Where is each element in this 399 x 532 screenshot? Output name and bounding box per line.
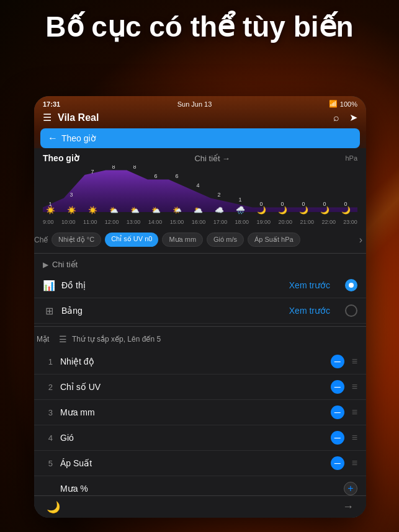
chi-tiet-row: ▶ Chi tiết bbox=[34, 256, 366, 273]
side-label-che: Chế bbox=[34, 236, 48, 244]
detail-link[interactable]: Chi tiết → bbox=[194, 154, 230, 163]
time-label: 15:00 bbox=[170, 219, 184, 225]
status-time: 17:31 bbox=[43, 100, 60, 108]
time-label: 17:00 bbox=[213, 219, 228, 225]
svg-text:0: 0 bbox=[280, 201, 284, 207]
time-label: 21:00 bbox=[300, 219, 314, 225]
detail-arrow: → bbox=[222, 154, 230, 163]
status-bar: 17:31 Sun Jun 13 📶 100% bbox=[34, 96, 366, 109]
svg-text:☁️: ☁️ bbox=[215, 205, 224, 215]
back-arrow-icon: ← bbox=[48, 133, 58, 144]
svg-text:3: 3 bbox=[69, 192, 73, 198]
time-labels: 9:00 10:00 11:00 12:00 13:00 14:00 15:00… bbox=[43, 218, 357, 225]
pill-wind[interactable]: Gió m/s bbox=[207, 233, 244, 247]
bang-link[interactable]: Xem trước bbox=[289, 306, 330, 316]
item-name-1: Nhiệt độ bbox=[60, 357, 323, 366]
svg-text:0: 0 bbox=[323, 201, 326, 207]
sorted-item-2: 2 Chỉ số UV ≡ bbox=[34, 375, 366, 400]
view-item-bang[interactable]: ⊞ Bảng Xem trước bbox=[34, 298, 366, 324]
bang-label: Bảng bbox=[61, 306, 283, 316]
time-label: 11:00 bbox=[83, 219, 97, 225]
dothi-radio[interactable] bbox=[345, 279, 357, 291]
drag-icon-3[interactable]: ≡ bbox=[352, 407, 357, 418]
menu-icon[interactable]: ☰ bbox=[43, 112, 52, 123]
hpa-unit: hPa bbox=[345, 154, 357, 162]
sort-header: Mặt ☰ Thứ tự sắp xếp, Lên đến 5 bbox=[34, 329, 366, 349]
minus-btn-1[interactable] bbox=[331, 355, 344, 368]
dothi-link[interactable]: Xem trước bbox=[289, 280, 330, 290]
item-num-5: 5 bbox=[43, 459, 53, 468]
minus-btn-2[interactable] bbox=[331, 380, 344, 394]
pill-pressure[interactable]: Áp Suất hPa bbox=[248, 233, 300, 247]
main-title: Bố cục có thể tùy biến bbox=[25, 11, 374, 43]
svg-text:4: 4 bbox=[196, 182, 199, 188]
pill-rain[interactable]: Mưa mm bbox=[162, 233, 203, 247]
plus-btn-1[interactable] bbox=[344, 482, 357, 495]
svg-text:🌥️: 🌥️ bbox=[194, 205, 203, 215]
chart-container: ☀️ ☀️ ☀️ ⛅ ⛅ ⛅ 🌤️ 🌥️ ☁️ 🌧️ 🌙 🌙 🌙 🌙 🌙 bbox=[34, 166, 366, 229]
svg-text:☀️: ☀️ bbox=[67, 205, 76, 215]
time-label: 22:00 bbox=[321, 219, 336, 225]
time-label: 12:00 bbox=[105, 219, 119, 225]
divider-2 bbox=[34, 326, 366, 327]
page-title-area: Bố cục có thể tùy biến bbox=[0, 11, 399, 43]
svg-text:1: 1 bbox=[48, 201, 52, 207]
bottom-left-icon[interactable]: 🌙 bbox=[47, 500, 60, 514]
pill-uv[interactable]: Chỉ số UV n0 bbox=[105, 233, 158, 247]
content-area: Theo giờ Chi tiết → hPa bbox=[34, 148, 366, 518]
svg-text:7: 7 bbox=[91, 169, 94, 175]
pill-temperature[interactable]: Nhiệt độ °C bbox=[52, 233, 101, 247]
svg-text:⛅: ⛅ bbox=[109, 205, 119, 215]
chart-section-header: Theo giờ Chi tiết → hPa bbox=[34, 148, 366, 166]
svg-text:6: 6 bbox=[154, 173, 157, 179]
time-label: 13:00 bbox=[127, 219, 141, 225]
time-label: 19:00 bbox=[257, 219, 271, 225]
back-button-bar[interactable]: ← Theo giờ bbox=[40, 128, 360, 148]
item-num-1: 1 bbox=[43, 357, 53, 366]
svg-text:🌧️: 🌧️ bbox=[236, 205, 245, 215]
sorted-item-4: 4 Gió ≡ bbox=[34, 425, 366, 451]
drag-icon-2[interactable]: ≡ bbox=[352, 381, 357, 392]
status-right: 📶 100% bbox=[329, 100, 357, 108]
item-num-3: 3 bbox=[43, 408, 53, 417]
minus-btn-5[interactable] bbox=[331, 456, 344, 470]
sorted-item-1: 1 Nhiệt độ ≡ bbox=[34, 349, 366, 375]
svg-text:☀️: ☀️ bbox=[88, 205, 97, 215]
scroll-right-icon[interactable]: › bbox=[359, 234, 362, 246]
svg-text:0: 0 bbox=[259, 201, 262, 207]
drag-icon-1[interactable]: ≡ bbox=[352, 356, 357, 367]
uv-chart: ☀️ ☀️ ☀️ ⛅ ⛅ ⛅ 🌤️ 🌥️ ☁️ 🌧️ 🌙 🌙 🌙 🌙 🌙 bbox=[43, 166, 357, 215]
minus-btn-4[interactable] bbox=[331, 431, 344, 445]
time-label: 18:00 bbox=[235, 219, 249, 225]
filter-pills: Nhiệt độ °C Chỉ số UV n0 Mưa mm Gió m/s … bbox=[34, 229, 309, 250]
item-name-2: Chỉ số UV bbox=[60, 382, 323, 392]
divider-1 bbox=[34, 253, 366, 254]
view-item-dothi[interactable]: 📊 Đồ thị Xem trước bbox=[34, 273, 366, 298]
city-title: Vila Real bbox=[58, 112, 323, 123]
svg-text:8: 8 bbox=[133, 166, 136, 170]
detail-label: Chi tiết bbox=[194, 154, 220, 163]
time-label: 10:00 bbox=[61, 219, 76, 225]
item-num-2: 2 bbox=[43, 383, 53, 392]
dothi-label: Đồ thị bbox=[61, 280, 283, 290]
svg-text:2: 2 bbox=[217, 192, 220, 198]
item-name-5: Áp Suất bbox=[60, 458, 323, 468]
location-icon[interactable]: ➤ bbox=[349, 112, 357, 123]
bang-icon: ⊞ bbox=[43, 305, 55, 317]
minus-btn-3[interactable] bbox=[331, 406, 344, 419]
search-icon[interactable]: ⌕ bbox=[333, 112, 339, 123]
drag-icon-4[interactable]: ≡ bbox=[352, 432, 357, 443]
bottom-right-icon[interactable]: → bbox=[343, 500, 354, 513]
battery-percent: 100% bbox=[340, 100, 357, 108]
bang-radio[interactable] bbox=[345, 304, 357, 317]
wifi-icon: 📶 bbox=[329, 100, 338, 108]
item-name-4: Gió bbox=[60, 433, 323, 443]
time-label: 9:00 bbox=[43, 219, 54, 225]
back-label: Theo giờ bbox=[61, 133, 96, 143]
svg-text:🌤️: 🌤️ bbox=[173, 205, 182, 215]
drag-icon-5[interactable]: ≡ bbox=[352, 458, 357, 469]
time-label: 23:00 bbox=[343, 219, 357, 225]
svg-text:⛅: ⛅ bbox=[130, 205, 140, 215]
svg-text:6: 6 bbox=[175, 173, 178, 179]
time-label: 20:00 bbox=[278, 219, 292, 225]
